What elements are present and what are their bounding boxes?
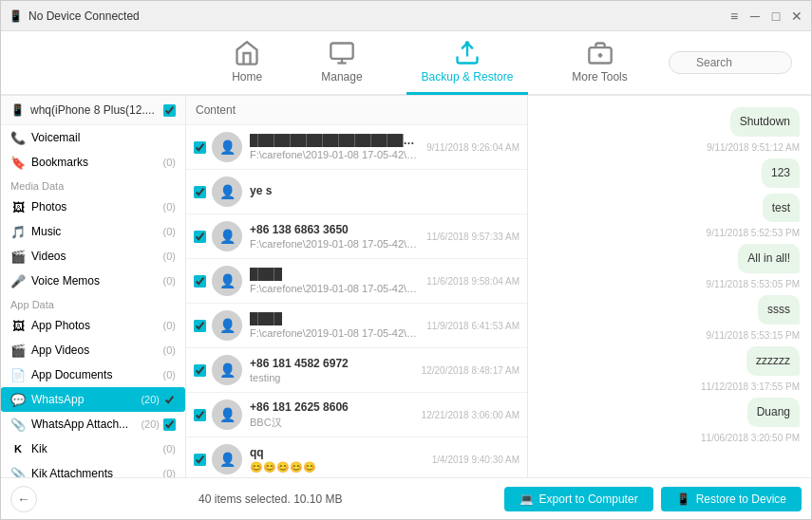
voice-memos-count: (0)	[163, 275, 176, 287]
app-videos-label: App Videos	[31, 344, 89, 357]
app-container: 📱 No Device Connected ≡ ─ □ ✕ Home Manag…	[0, 0, 812, 520]
chat-text: Duang	[757, 404, 790, 420]
msg-checkbox-2[interactable]	[194, 231, 206, 243]
videos-count: (0)	[163, 251, 176, 262]
list-item[interactable]: 👤 ye s	[186, 170, 527, 214]
list-item[interactable]: 👤 +86 181 2625 8606 BBC汉 12/21/2018 3:06…	[186, 393, 527, 437]
tab-manage-label: Manage	[321, 70, 362, 84]
msg-checkbox-4[interactable]	[194, 320, 206, 332]
voicemail-icon: 📞	[10, 130, 26, 145]
tab-more[interactable]: More Tools	[557, 30, 642, 95]
chat-message-row: Shutdown	[539, 107, 800, 137]
sidebar-item-voicemail[interactable]: 📞 Voicemail	[1, 125, 185, 150]
sidebar-device-label: whq(iPhone 8 Plus(12....	[30, 103, 155, 117]
search-wrapper: 🔍	[669, 51, 792, 74]
main-content: 📱 whq(iPhone 8 Plus(12.... 📞 Voicemail 🔖…	[1, 96, 811, 477]
sidebar-item-kik-attachments[interactable]: 📎 Kik Attachments (0)	[1, 461, 185, 477]
msg-checkbox-3[interactable]	[194, 275, 206, 288]
app-documents-label: App Documents	[31, 368, 112, 381]
sidebar: 📱 whq(iPhone 8 Plus(12.... 📞 Voicemail 🔖…	[1, 96, 186, 477]
sidebar-item-bookmarks[interactable]: 🔖 Bookmarks (0)	[1, 150, 185, 175]
msg-checkbox-6[interactable]	[194, 409, 206, 421]
no-device-label: No Device Connected	[28, 9, 140, 23]
msg-body: +86 181 2625 8606 BBC汉	[250, 400, 416, 430]
msg-preview: testing	[250, 372, 416, 383]
sidebar-item-kik[interactable]: K Kik (0)	[1, 436, 185, 461]
sidebar-item-app-videos[interactable]: 🎬 App Videos (0)	[1, 338, 185, 362]
msg-checkbox-1[interactable]	[194, 186, 206, 198]
export-button[interactable]: 💻 Export to Computer	[504, 487, 653, 511]
msg-name: ████	[250, 312, 421, 325]
kik-label: Kik	[31, 442, 47, 455]
sidebar-item-whatsapp[interactable]: 💬 WhatsApp (20)	[1, 387, 185, 412]
msg-preview: F:\carefone\2019-01-08 17-05-42\256f6c25…	[250, 283, 421, 294]
whatsapp-attach-count: (20)	[141, 418, 160, 430]
maximize-button[interactable]: □	[769, 9, 783, 23]
sidebar-item-photos[interactable]: 🖼 Photos (0)	[1, 195, 185, 219]
chat-message-row: test	[539, 194, 800, 223]
msg-preview: F:\carefone\2019-01-08 17-05-42\256f6c25…	[250, 327, 421, 339]
list-item[interactable]: 👤 +86 138 6863 3650 F:\carefone\2019-01-…	[186, 214, 527, 259]
menu-button[interactable]: ≡	[727, 9, 741, 23]
chat-message-row: 123	[539, 158, 800, 188]
avatar: 👤	[212, 266, 242, 296]
sidebar-item-app-documents[interactable]: 📄 App Documents (0)	[1, 362, 185, 387]
chat-message-row: 9/11/2018 5:53:05 PM	[539, 279, 800, 289]
media-data-label: Media Data	[1, 175, 185, 195]
whatsapp-label: WhatsApp	[31, 393, 84, 406]
chat-scroll: Shutdown 9/11/2018 9:51:12 AM 123 test	[528, 96, 811, 477]
list-item[interactable]: 👤 +86 181 4582 6972 testing 12/20/2018 8…	[186, 348, 527, 393]
chat-time-label: 9/11/2018 9:51:12 AM	[539, 142, 800, 153]
chat-time-label: 11/06/2018 3:20:50 PM	[539, 433, 800, 443]
msg-checkbox-7[interactable]	[194, 454, 206, 466]
list-item[interactable]: 👤 ████ F:\carefone\2019-01-08 17-05-42\2…	[186, 304, 527, 348]
app-data-label: App Data	[1, 293, 185, 313]
bookmarks-icon: 🔖	[10, 155, 26, 170]
tab-backup[interactable]: Backup & Restore	[406, 30, 529, 95]
list-item[interactable]: 👤 ████ F:\carefone\2019-01-08 17-05-42\2…	[186, 259, 527, 304]
restore-button[interactable]: 📱 Restore to Device	[661, 487, 802, 511]
whatsapp-checkbox[interactable]	[163, 394, 176, 406]
chat-text: 123	[771, 165, 790, 181]
photos-label: Photos	[31, 200, 66, 214]
photos-count: (0)	[163, 201, 176, 213]
tab-home[interactable]: Home	[217, 30, 277, 95]
chat-time-label: 9/11/2018 5:52:53 PM	[539, 228, 800, 238]
app-photos-label: App Photos	[31, 319, 90, 332]
videos-icon: 🎬	[10, 249, 26, 264]
sidebar-item-voice-memos[interactable]: 🎤 Voice Memos (0)	[1, 269, 185, 293]
chat-text: ssss	[767, 302, 790, 318]
search-input[interactable]	[669, 51, 792, 74]
voice-memos-icon: 🎤	[10, 273, 26, 288]
close-button[interactable]: ✕	[790, 9, 803, 23]
device-icon: 📱	[9, 9, 23, 23]
sidebar-device-row: 📱 whq(iPhone 8 Plus(12....	[1, 96, 185, 125]
sidebar-item-music[interactable]: 🎵 Music (0)	[1, 219, 185, 244]
list-item[interactable]: 👤 qq 😊😊😊😊😊 1/4/2019 9:40:30 AM	[186, 437, 527, 477]
title-bar: 📱 No Device Connected ≡ ─ □ ✕	[1, 1, 811, 31]
sidebar-item-app-photos[interactable]: 🖼 App Photos (0)	[1, 313, 185, 338]
message-list-header: Content	[186, 96, 527, 125]
chat-text: test	[772, 200, 790, 216]
sidebar-item-whatsapp-attach[interactable]: 📎 WhatsApp Attach... (20)	[1, 412, 185, 436]
msg-name: ████	[250, 268, 421, 281]
chat-time-label: 9/11/2018 5:53:05 PM	[539, 279, 800, 289]
chat-bubble: All in all!	[738, 244, 800, 273]
msg-checkbox-5[interactable]	[194, 364, 206, 377]
tab-manage[interactable]: Manage	[306, 30, 377, 95]
message-list-scroll: 👤 ████████████████████████... F:\carefon…	[186, 125, 527, 477]
minimize-button[interactable]: ─	[748, 9, 762, 23]
msg-checkbox-0[interactable]	[194, 141, 206, 154]
sidebar-device-checkbox[interactable]	[163, 104, 176, 117]
avatar: 👤	[212, 444, 242, 474]
app-photos-count: (0)	[163, 320, 176, 331]
avatar: 👤	[212, 355, 242, 385]
avatar: 👤	[212, 399, 242, 430]
sidebar-item-videos[interactable]: 🎬 Videos (0)	[1, 244, 185, 269]
msg-time: 11/6/2018 9:57:33 AM	[426, 232, 519, 242]
whatsapp-attach-checkbox[interactable]	[163, 418, 176, 431]
list-item[interactable]: 👤 ████████████████████████... F:\carefon…	[186, 125, 527, 170]
msg-body: ████ F:\carefone\2019-01-08 17-05-42\256…	[250, 312, 421, 339]
msg-preview: F:\carefone\2019-01-08 17-05-42\256f6c25…	[250, 149, 421, 160]
back-button[interactable]: ←	[10, 486, 37, 512]
